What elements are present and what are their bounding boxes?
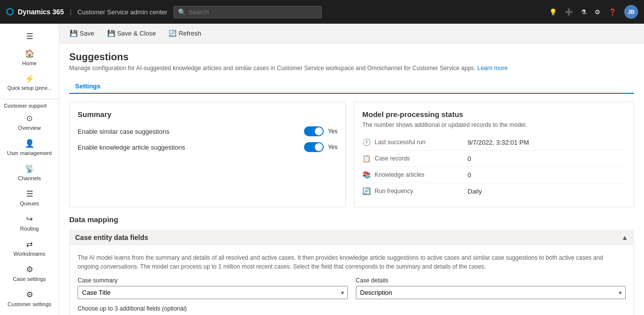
sidebar-item-workstreams[interactable]: ⇄ Workstreams bbox=[0, 236, 59, 261]
model-row-2: 📚 Knowledge articles 0 bbox=[362, 167, 626, 183]
case-summary-label: Case summary bbox=[78, 277, 348, 284]
case-entity-section-header[interactable]: Case entity data fields ▲ bbox=[69, 230, 634, 245]
save-close-label: Save & Close bbox=[117, 30, 156, 37]
search-bar[interactable]: 🔍 bbox=[173, 6, 322, 18]
save-button[interactable]: 💾 Save bbox=[65, 27, 99, 39]
data-mapping-title: Data mapping bbox=[69, 215, 634, 224]
toggle2-label: Enable knowledge article suggestions bbox=[78, 144, 185, 151]
home-icon: 🏠 bbox=[25, 49, 35, 58]
sidebar-item-user-label: User management bbox=[7, 150, 52, 156]
search-input[interactable] bbox=[189, 8, 317, 16]
filter-icon[interactable]: ⚗ bbox=[581, 8, 587, 16]
case-records-label: Case records bbox=[375, 155, 464, 162]
sidebar-item-menu[interactable]: ☰ bbox=[0, 28, 59, 45]
toggle1[interactable] bbox=[304, 126, 324, 136]
sidebar-item-channels-label: Channels bbox=[18, 175, 41, 181]
app-name: Dynamics 365 bbox=[18, 8, 64, 16]
case-settings-icon: ⚙ bbox=[26, 265, 33, 274]
sidebar-item-queues-label: Queues bbox=[20, 200, 39, 206]
customer-settings-icon: ⚙ bbox=[26, 290, 33, 299]
sidebar-item-customer-settings[interactable]: ⚙ Customer settings bbox=[0, 286, 59, 311]
save-close-button[interactable]: 💾 Save & Close bbox=[103, 27, 161, 39]
sidebar-item-customer-settings-label: Customer settings bbox=[7, 301, 51, 307]
save-icon: 💾 bbox=[70, 30, 78, 37]
channels-icon: 📡 bbox=[25, 164, 35, 173]
app-logo: ⬡ Dynamics 365 bbox=[6, 6, 64, 17]
sidebar-item-overview-customer[interactable]: ⊙ Overview bbox=[0, 110, 59, 135]
tab-settings[interactable]: Settings bbox=[69, 79, 106, 94]
case-details-label: Case details bbox=[356, 277, 626, 284]
case-summary-field-group: Case summary Case Title bbox=[78, 277, 348, 299]
sidebar-item-channels[interactable]: 📡 Channels bbox=[0, 160, 59, 185]
dynamics-icon: ⬡ bbox=[6, 6, 14, 17]
sidebar-section-agent-label: Agent experience bbox=[0, 311, 59, 315]
case-records-value: 0 bbox=[468, 155, 471, 162]
sidebar-section-customer-label: Customer support bbox=[0, 99, 59, 110]
model-row-0: 🕐 Last successful run 9/7/2022, 3:32:01 … bbox=[362, 134, 626, 151]
page-title: Suggestions bbox=[69, 51, 634, 63]
knowledge-articles-value: 0 bbox=[468, 171, 471, 179]
help-icon[interactable]: ❓ bbox=[608, 8, 616, 16]
save-label: Save bbox=[80, 30, 94, 37]
main-content: Suggestions Manage configuration for AI-… bbox=[59, 43, 644, 315]
sidebar-customer-support: Customer support ⊙ Overview 👤 User manag… bbox=[0, 99, 59, 311]
sidebar-item-overview-label: Overview bbox=[18, 125, 41, 131]
plus-icon[interactable]: ➕ bbox=[565, 8, 573, 16]
knowledge-articles-label: Knowledge articles bbox=[375, 171, 464, 178]
last-run-value: 9/7/2022, 3:32:01 PM bbox=[468, 139, 529, 146]
sidebar-item-routing[interactable]: ↪ Routing bbox=[0, 210, 59, 236]
case-entity-title: Case entity data fields bbox=[75, 234, 148, 241]
case-summary-select-wrapper: Case Title bbox=[78, 286, 348, 299]
toggle2[interactable] bbox=[304, 142, 324, 152]
user-management-icon: 👤 bbox=[25, 139, 35, 148]
settings-tabs: Settings bbox=[69, 79, 634, 94]
case-summary-select[interactable]: Case Title bbox=[78, 286, 348, 299]
content-split: Summary Enable similar case suggestions … bbox=[69, 102, 634, 207]
menu-icon: ☰ bbox=[26, 32, 33, 41]
avatar[interactable]: JB bbox=[624, 5, 638, 19]
toggle2-group: Yes bbox=[304, 142, 338, 152]
model-row-3: 🔄 Run frequency Daily bbox=[362, 183, 626, 199]
case-entity-collapse-icon: ▲ bbox=[621, 234, 628, 241]
refresh-label: Refresh bbox=[178, 30, 201, 37]
sidebar: ☰ 🏠 Home ⚡ Quick setup (previ... Custome… bbox=[0, 24, 59, 315]
last-run-label: Last successful run bbox=[375, 139, 464, 146]
settings-icon[interactable]: ⚙ bbox=[595, 8, 601, 16]
queues-icon: ☰ bbox=[26, 189, 33, 198]
toggle1-group: Yes bbox=[304, 126, 338, 136]
routing-icon: ↪ bbox=[26, 214, 33, 224]
quick-setup-icon: ⚡ bbox=[25, 74, 35, 83]
sidebar-item-user-management[interactable]: 👤 User management bbox=[0, 135, 59, 160]
sidebar-item-workstreams-label: Workstreams bbox=[13, 251, 45, 257]
learn-more-link[interactable]: Learn more bbox=[477, 65, 508, 72]
lightbulb-icon[interactable]: 💡 bbox=[549, 8, 557, 16]
page-description: Manage configuration for AI-suggested kn… bbox=[69, 65, 634, 72]
sidebar-item-home[interactable]: 🏠 Home bbox=[0, 45, 59, 70]
refresh-icon: 🔄 bbox=[169, 30, 176, 37]
sidebar-item-quick-setup[interactable]: ⚡ Quick setup (previ... bbox=[0, 70, 59, 95]
topbar-actions: 💡 ➕ ⚗ ⚙ ❓ JB bbox=[549, 5, 638, 19]
sidebar-item-case-settings-label: Case settings bbox=[13, 276, 46, 282]
toolbar: 💾 Save 💾 Save & Close 🔄 Refresh bbox=[59, 24, 644, 43]
app-title: Customer Service admin center bbox=[78, 8, 168, 16]
summary-title: Summary bbox=[78, 110, 338, 118]
model-row-1: 📋 Case records 0 bbox=[362, 151, 626, 167]
sidebar-item-queues[interactable]: ☰ Queues bbox=[0, 185, 59, 210]
data-mapping: Data mapping Case entity data fields ▲ T… bbox=[69, 215, 634, 315]
save-close-icon: 💾 bbox=[107, 30, 115, 37]
refresh-button[interactable]: 🔄 Refresh bbox=[164, 27, 206, 39]
overview-icon: ⊙ bbox=[26, 114, 33, 123]
toggle-row-2: Enable knowledge article suggestions Yes bbox=[78, 142, 338, 152]
case-details-field-group: Case details Description bbox=[356, 277, 626, 299]
optional-fields-label: Choose up to 3 additional fields (option… bbox=[78, 305, 626, 312]
case-entity-section-body: The AI model learns from the summary and… bbox=[69, 245, 634, 315]
topbar: ⬡ Dynamics 365 | Customer Service admin … bbox=[0, 0, 644, 24]
sidebar-item-case-settings[interactable]: ⚙ Case settings bbox=[0, 261, 59, 286]
model-panel: Model pre-processing status The number s… bbox=[354, 102, 634, 207]
search-icon: 🔍 bbox=[178, 8, 186, 16]
case-records-icon: 📋 bbox=[362, 155, 371, 162]
case-details-select[interactable]: Description bbox=[356, 286, 626, 299]
model-subtitle: The number shows additional or updated r… bbox=[362, 121, 626, 128]
run-frequency-value: Daily bbox=[468, 188, 482, 195]
sidebar-item-routing-label: Routing bbox=[20, 226, 39, 232]
